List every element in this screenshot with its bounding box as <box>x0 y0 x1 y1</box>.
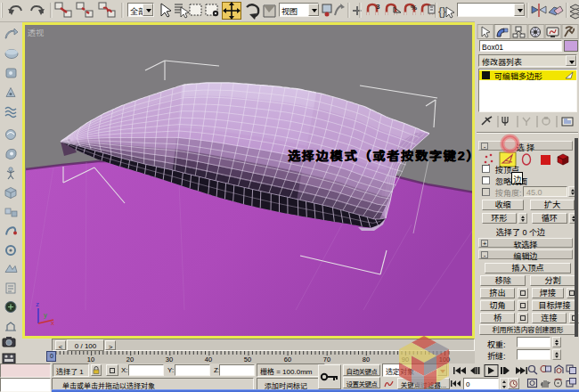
svg-text:3: 3 <box>376 3 380 11</box>
svg-text:30: 30 <box>166 355 173 363</box>
svg-text:%: % <box>411 4 417 12</box>
svg-text:40: 40 <box>205 355 212 363</box>
svg-text:70: 70 <box>323 355 330 363</box>
svg-text:x: x <box>51 319 54 327</box>
svg-text:50: 50 <box>244 355 251 363</box>
svg-text:y: y <box>44 311 47 319</box>
svg-text:60: 60 <box>284 355 291 363</box>
svg-text:{}: {} <box>438 4 446 18</box>
svg-text:10: 10 <box>87 355 94 363</box>
svg-text:20: 20 <box>126 355 134 363</box>
svg-text:z: z <box>36 300 39 308</box>
svg-text:80: 80 <box>363 355 370 363</box>
